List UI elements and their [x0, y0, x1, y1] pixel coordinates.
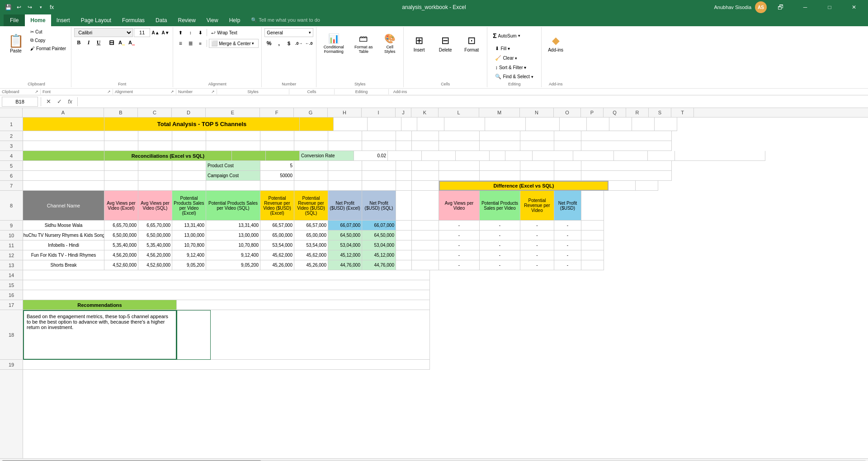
percent-btn[interactable]: %: [264, 39, 274, 48]
cell-a8-header[interactable]: Channel Name: [23, 191, 104, 221]
cell-b2[interactable]: [104, 131, 138, 141]
number-expand-icon[interactable]: ↗: [211, 89, 215, 94]
col-header-i[interactable]: I: [362, 108, 396, 117]
cell-p10[interactable]: [581, 230, 604, 240]
cell-m4[interactable]: [573, 151, 614, 161]
row-header-3[interactable]: 3: [0, 141, 23, 151]
cell-n12-diff[interactable]: -: [520, 250, 554, 260]
cell-h1[interactable]: [334, 118, 368, 131]
cell-e6[interactable]: Campaign Cost: [206, 171, 260, 181]
cell-f3[interactable]: [260, 141, 294, 151]
col-header-p[interactable]: P: [581, 108, 604, 117]
horizontal-scrollbar[interactable]: [0, 458, 868, 461]
cell-b18[interactable]: [177, 310, 211, 360]
ribbon-collapse-btn[interactable]: 🗗: [770, 0, 791, 14]
cell-i13[interactable]: 44,76,000: [362, 260, 396, 270]
cell-m2[interactable]: [480, 131, 520, 141]
cell-o1[interactable]: [560, 118, 587, 131]
cell-g2[interactable]: [294, 131, 328, 141]
cell-i1[interactable]: [368, 118, 401, 131]
cell-h12[interactable]: 45,12,000: [328, 250, 362, 260]
cell-g1[interactable]: [300, 118, 334, 131]
cell-p13[interactable]: [581, 260, 604, 270]
cell-n6[interactable]: [520, 171, 554, 181]
tab-formulas[interactable]: Formulas: [117, 14, 150, 26]
cell-f4-ext[interactable]: [266, 151, 300, 161]
cell-i9[interactable]: 66,07,000: [362, 221, 396, 230]
cell-l5[interactable]: [439, 161, 480, 171]
cell-l13-diff[interactable]: -: [439, 260, 480, 270]
cell-a6[interactable]: [23, 171, 104, 181]
cell-h7[interactable]: [328, 181, 362, 191]
cell-o2[interactable]: [554, 131, 581, 141]
cell-a7[interactable]: [23, 181, 104, 191]
cell-a11[interactable]: Infobells - Hindi: [23, 240, 104, 250]
cell-k6[interactable]: [412, 171, 439, 181]
cell-d2[interactable]: [172, 131, 206, 141]
cell-row15[interactable]: [23, 280, 430, 290]
cell-n13-diff[interactable]: -: [520, 260, 554, 270]
cell-row16[interactable]: [23, 290, 430, 300]
cell-g8-header[interactable]: Potential Revenue per Video ($USD) (SQL): [294, 191, 328, 221]
cell-styles-button[interactable]: 🎨 Cell Styles: [379, 28, 401, 59]
font-size-decrease-btn[interactable]: A▼: [161, 28, 170, 37]
cell-k4[interactable]: [505, 151, 533, 161]
cell-n5[interactable]: [520, 161, 554, 171]
cell-o9-diff[interactable]: -: [554, 221, 581, 230]
cell-k11[interactable]: [412, 240, 439, 250]
cell-c11[interactable]: 5,35,40,000: [138, 240, 172, 250]
fx-button[interactable]: fx: [66, 97, 75, 106]
row-header-10[interactable]: 10: [0, 230, 23, 240]
cell-l1[interactable]: [444, 118, 485, 131]
tab-home[interactable]: Home: [25, 14, 51, 26]
cell-h3[interactable]: [328, 141, 362, 151]
tab-view[interactable]: View: [201, 14, 224, 26]
cell-k7[interactable]: [412, 181, 439, 191]
conditional-formatting-button[interactable]: 📊 Conditional Formatting: [319, 28, 348, 59]
cell-k9[interactable]: [412, 221, 439, 230]
col-header-k[interactable]: K: [411, 108, 439, 117]
cell-g10[interactable]: 65,00,000: [294, 230, 328, 240]
cell-p8[interactable]: [581, 191, 604, 221]
cell-a3[interactable]: [23, 141, 104, 151]
cell-i2[interactable]: [362, 131, 396, 141]
cell-m10-diff[interactable]: -: [480, 230, 520, 240]
cell-m13-diff[interactable]: -: [480, 260, 520, 270]
formula-input[interactable]: [80, 99, 866, 104]
cell-i3[interactable]: [362, 141, 396, 151]
cell-m9-diff[interactable]: -: [480, 221, 520, 230]
cell-a17-recs[interactable]: Recommendations: [23, 300, 177, 310]
cell-merged-a1-f1[interactable]: Total Analysis - TOP 5 Channels: [104, 118, 300, 131]
cell-g6[interactable]: [294, 171, 328, 181]
tab-review[interactable]: Review: [172, 14, 201, 26]
cell-c8-header[interactable]: Avg Views per Video (SQL): [138, 191, 172, 221]
fill-color-button[interactable]: A_: [117, 38, 126, 47]
tab-pagelayout[interactable]: Page Layout: [75, 14, 117, 26]
col-header-m[interactable]: M: [479, 108, 520, 117]
cell-g9[interactable]: 66,57,000: [294, 221, 328, 230]
redo-qat-btn[interactable]: ↪: [25, 3, 34, 12]
cell-d11[interactable]: 10,70,800: [172, 240, 206, 250]
cell-o12-diff[interactable]: -: [554, 250, 581, 260]
cell-f6[interactable]: 50000: [260, 171, 294, 181]
cell-e5[interactable]: Product Cost: [206, 161, 260, 171]
cell-o8-diff[interactable]: Net Profit ($USD): [554, 191, 581, 221]
cell-j11[interactable]: [396, 240, 412, 250]
col-header-a[interactable]: A: [23, 108, 104, 117]
cell-h5[interactable]: [328, 161, 362, 171]
cell-a1[interactable]: [23, 118, 104, 131]
cell-k12[interactable]: [412, 250, 439, 260]
align-right-btn[interactable]: ≡: [196, 39, 205, 48]
cell-h10[interactable]: 64,50,000: [328, 230, 362, 240]
cell-h8-header[interactable]: Net Profit ($USD) (Excel): [328, 191, 362, 221]
cell-h9[interactable]: 66,07,000: [328, 221, 362, 230]
close-btn[interactable]: ✕: [844, 0, 864, 14]
cell-m5[interactable]: [480, 161, 520, 171]
cell-g4[interactable]: [388, 151, 422, 161]
row-header-18[interactable]: 18: [0, 310, 23, 360]
col-header-c[interactable]: C: [138, 108, 172, 117]
cell-k2[interactable]: [412, 131, 439, 141]
cell-j10[interactable]: [396, 230, 412, 240]
cell-f11[interactable]: 53,54,000: [260, 240, 294, 250]
cell-g12[interactable]: 45,62,000: [294, 250, 328, 260]
